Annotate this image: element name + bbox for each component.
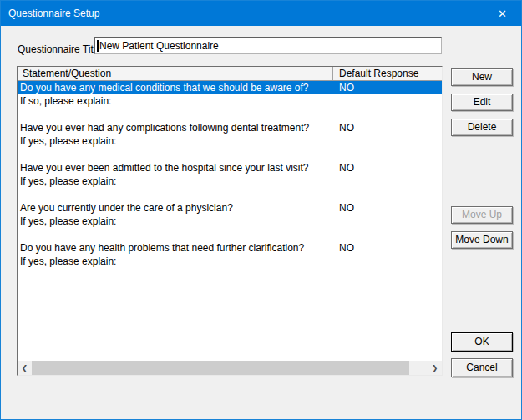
text-caret	[97, 40, 99, 52]
row-default-response	[333, 148, 442, 161]
list-row[interactable]: Have you ever been admitted to the hospi…	[18, 161, 442, 175]
list-header: Statement/Question Default Response	[18, 67, 442, 81]
row-statement-text: If so, please explain:	[18, 94, 333, 108]
move-down-button[interactable]: Move Down	[451, 231, 513, 249]
row-default-response	[333, 175, 442, 188]
row-default-response: NO	[333, 161, 442, 175]
row-statement-text: If yes, please explain:	[18, 175, 333, 188]
edit-button[interactable]: Edit	[451, 94, 513, 111]
scroll-right-button[interactable]: ❯	[428, 361, 442, 375]
horizontal-scrollbar[interactable]: ❮ ❯	[18, 361, 442, 375]
list-row[interactable]	[18, 228, 442, 241]
question-list: Statement/Question Default Response Do y…	[17, 66, 443, 376]
list-row[interactable]: Do you have any medical conditions that …	[18, 81, 442, 94]
questionnaire-title-label: Questionnaire Title:	[18, 43, 104, 55]
row-statement-text: If yes, please explain:	[18, 215, 333, 228]
ok-button[interactable]: OK	[451, 332, 513, 352]
close-icon: ✕	[498, 8, 507, 20]
scrollbar-thumb[interactable]	[32, 361, 409, 375]
row-statement-text	[18, 148, 333, 161]
scroll-left-button[interactable]: ❮	[18, 361, 32, 375]
cancel-button[interactable]: Cancel	[451, 358, 513, 377]
window-title: Questionnaire Setup	[8, 8, 99, 19]
close-button[interactable]: ✕	[484, 1, 521, 26]
questionnaire-setup-dialog: Questionnaire Setup ✕ Questionnaire Titl…	[0, 0, 522, 420]
row-statement-text: Have you ever been admitted to the hospi…	[18, 161, 333, 175]
new-button[interactable]: New	[451, 68, 513, 86]
list-row[interactable]	[18, 148, 442, 161]
row-statement-text	[18, 188, 333, 201]
row-statement-text: Have you ever had any complications foll…	[18, 121, 333, 134]
row-statement-text: If yes, please explain:	[18, 255, 333, 268]
row-default-response	[333, 228, 442, 241]
row-default-response: NO	[333, 81, 442, 94]
column-header-statement[interactable]: Statement/Question	[18, 67, 333, 80]
row-statement-text	[18, 228, 333, 241]
list-row[interactable]: If yes, please explain:	[18, 215, 442, 228]
row-default-response: NO	[333, 201, 442, 215]
list-row[interactable]: Do you have any health problems that nee…	[18, 241, 442, 255]
row-default-response	[333, 108, 442, 121]
row-statement-text: Do you have any medical conditions that …	[18, 81, 333, 94]
delete-button[interactable]: Delete	[451, 119, 513, 136]
row-statement-text: Are you currently under the care of a ph…	[18, 201, 333, 215]
row-default-response: NO	[333, 241, 442, 255]
row-default-response	[333, 215, 442, 228]
column-header-default-response[interactable]: Default Response	[333, 67, 442, 80]
scrollbar-track[interactable]	[32, 361, 428, 375]
chevron-left-icon: ❮	[22, 364, 28, 372]
row-default-response	[333, 255, 442, 268]
list-row[interactable]: If yes, please explain:	[18, 175, 442, 188]
row-statement-text	[18, 108, 333, 121]
row-default-response: NO	[333, 121, 442, 134]
row-default-response	[333, 188, 442, 201]
list-row[interactable]	[18, 188, 442, 201]
chevron-right-icon: ❯	[432, 364, 438, 372]
list-row[interactable]	[18, 108, 442, 121]
titlebar: Questionnaire Setup	[1, 1, 521, 26]
list-rows: Do you have any medical conditions that …	[18, 81, 442, 361]
list-row[interactable]: Are you currently under the care of a ph…	[18, 201, 442, 215]
list-row[interactable]: Have you ever had any complications foll…	[18, 121, 442, 134]
row-statement-text: Do you have any health problems that nee…	[18, 241, 333, 255]
questionnaire-title-input[interactable]: New Patient Questionnaire	[94, 37, 442, 54]
list-row[interactable]: If yes, please explain:	[18, 134, 442, 148]
row-default-response	[333, 94, 442, 108]
row-default-response	[333, 134, 442, 148]
questionnaire-title-value: New Patient Questionnaire	[99, 40, 219, 52]
row-statement-text: If yes, please explain:	[18, 134, 333, 148]
move-up-button[interactable]: Move Up	[451, 206, 513, 224]
list-row[interactable]: If so, please explain:	[18, 94, 442, 108]
list-row[interactable]: If yes, please explain:	[18, 255, 442, 268]
